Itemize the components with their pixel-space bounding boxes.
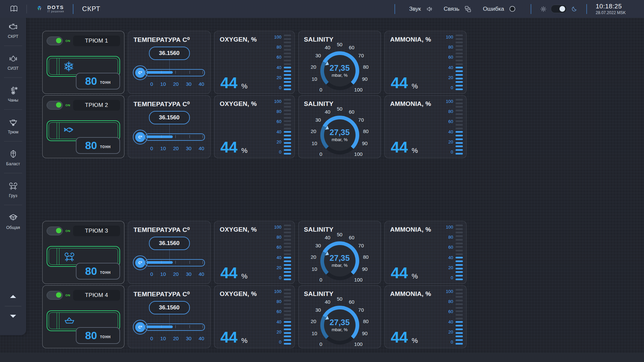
bar-gauge-segment [455, 67, 463, 68]
book-icon[interactable] [9, 4, 18, 13]
bar-gauge-segment [284, 225, 291, 226]
logo-subtitle: IT решения [47, 10, 64, 13]
ammonia-value: 44 [391, 331, 408, 344]
hold-power-toggle[interactable] [47, 101, 63, 110]
bar-gauge-segment [455, 289, 463, 291]
bar-gauge-label: 20 [448, 329, 453, 335]
bar-gauge-segment [284, 153, 291, 155]
ammonia-value: 44 [391, 266, 408, 280]
sidebar-item-СИЗТ[interactable]: СИЗТ [0, 46, 26, 78]
bar-gauge-label: 20 [448, 139, 453, 144]
bar-gauge-segment [284, 131, 291, 133]
hold-row: ON ТРЮМ 1 80 тонн ТЕМПЕРАТУРА С⁰ 36.1560… [42, 31, 467, 94]
sidebar-spacer [0, 237, 26, 287]
cargo-amount-unit: тонн [100, 145, 111, 149]
sidebar-item-СКРТ[interactable]: СКРТ [0, 14, 26, 46]
bar-gauge-segment [284, 328, 291, 330]
crab-icon [63, 250, 75, 262]
toggle-knob [56, 292, 61, 298]
oxygen-card: OXYGEN, % 44 % 100806040200 [214, 285, 295, 348]
bar-gauge-label: 80 [448, 45, 453, 50]
bar-gauge-segment [455, 225, 463, 226]
bar-gauge-label: 60 [277, 119, 281, 124]
radial-gauge-label: 50 [337, 42, 342, 47]
bar-gauge-segment [455, 260, 463, 262]
sidebar: СКРТ СИЗТ Чаны Трюм Баласт Груз Общая [0, 14, 26, 335]
sidebar-item-label: Чаны [8, 98, 18, 103]
radial-gauge-label: 50 [337, 106, 342, 112]
theme-toggle[interactable] [551, 5, 567, 13]
sidebar-item-label: Трюм [8, 130, 18, 134]
bar-gauge-segment [284, 106, 291, 108]
bar-gauge-segment [284, 49, 291, 51]
sidebar-item-Чаны[interactable]: Чаны [0, 78, 26, 110]
bar-gauge-segment [284, 138, 291, 140]
sidebar-scroll-down-button[interactable] [0, 306, 26, 326]
hold-power-toggle[interactable] [47, 37, 63, 45]
cargo-amount-unit: тонн [100, 271, 111, 275]
bar-gauge-segment [284, 339, 291, 341]
oxygen-title: OXYGEN, % [220, 226, 257, 233]
bar-gauge-label: 60 [448, 309, 453, 314]
thermometer-gauge: C⁰ 010203040 [133, 255, 206, 277]
bar-gauge-segment [284, 239, 291, 241]
oxygen-title: OXYGEN, % [220, 100, 257, 108]
sidebar-scroll-up-button[interactable] [0, 287, 26, 306]
dots-logo-icon [35, 4, 44, 13]
salinity-value: 27,35 [329, 128, 350, 137]
bar-gauge-segment [284, 74, 291, 76]
bar-gauge-segment [284, 268, 291, 269]
crab-icon [8, 181, 18, 191]
bar-gauge-segment [284, 321, 291, 323]
bar-gauge-segment [284, 332, 291, 334]
radial-gauge-label: 90 [362, 330, 368, 336]
radial-gauge-label: 70 [358, 307, 364, 312]
thermometer-tick-label: 40 [199, 81, 204, 87]
hold-card: ON ТРЮМ 4 80 тонн [42, 285, 124, 348]
bar-gauge-segment [455, 228, 463, 230]
clock: 10:18:25 28.07.2022 MSK [596, 2, 636, 15]
bar-gauge-segment [284, 103, 291, 104]
bar-gauge-segment [455, 124, 463, 126]
cargo-amount-value: 80 [85, 266, 97, 277]
bar-gauge-label: 80 [277, 109, 281, 114]
menu-item-Ошибка[interactable]: Ошибка [483, 5, 517, 13]
bar-gauge-segment [284, 145, 291, 147]
ammonia-card: AMMONIA, % 44 % 100806040200 [384, 95, 467, 158]
sidebar-item-Груз[interactable]: Груз [0, 173, 26, 205]
sidebar-item-label: СКРТ [8, 34, 18, 39]
menu-item-Связь[interactable]: Связь [444, 5, 472, 13]
drop-system-icon [8, 53, 18, 64]
page-title: СКРТ [82, 5, 101, 13]
thermometer-tick-label: 30 [186, 336, 192, 341]
sidebar-item-Общая[interactable]: Общая [0, 205, 26, 237]
bar-gauge-segment [284, 271, 291, 273]
hold-power-toggle[interactable] [47, 291, 63, 300]
radial-gauge-label: 60 [349, 234, 355, 240]
bar-gauge-segment [455, 60, 463, 61]
bar-gauge-label: 0 [279, 275, 281, 280]
sidebar-item-Баласт[interactable]: Баласт [0, 141, 26, 173]
thermometer-tick-label: 0 [150, 81, 153, 87]
bar-gauge-segment [455, 38, 463, 40]
bar-gauge-segment [455, 145, 463, 147]
bar-gauge-segment [455, 243, 463, 244]
bar-gauge-segment [284, 293, 291, 294]
bar-gauge-segment [455, 314, 463, 316]
bar-gauge-segment [455, 142, 463, 144]
bar-gauge-segment [284, 120, 291, 122]
bar-gauge-label: 100 [446, 225, 453, 230]
bar-gauge-label: 60 [448, 119, 453, 124]
bar-gauge-segment [284, 42, 291, 43]
menu-item-Звук[interactable]: Звук [409, 5, 433, 13]
sidebar-item-Трюм[interactable]: Трюм [0, 110, 26, 141]
bar-gauge-segment [284, 70, 291, 72]
divider [26, 5, 27, 13]
bar-gauge-segment [455, 253, 463, 255]
hold-power-toggle[interactable] [47, 227, 63, 235]
bar-gauge-segment [455, 70, 463, 72]
radial-gauge-label: 20 [311, 64, 316, 69]
thermometer-tick-label: 20 [173, 81, 179, 87]
toggle-knob [56, 102, 61, 108]
bar-gauge-segment [284, 149, 291, 151]
